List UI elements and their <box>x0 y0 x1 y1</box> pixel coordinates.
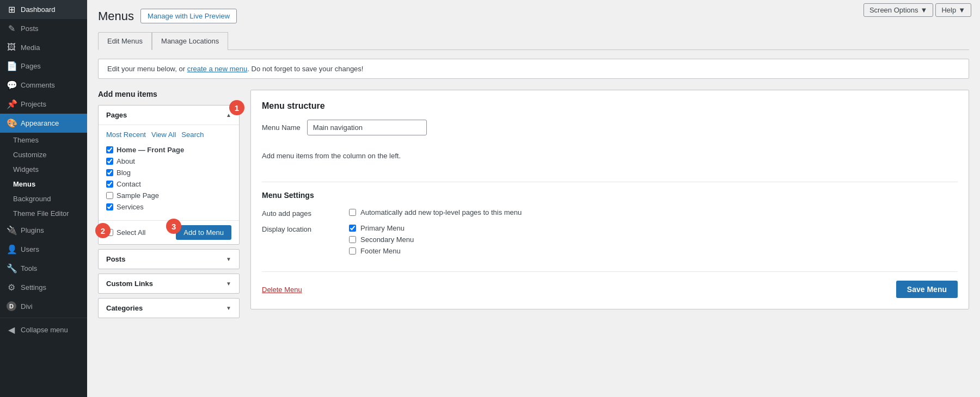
left-panel: Add menu items 1 Pages ▲ Most Recent Vie… <box>98 90 240 322</box>
sidebar: ⊞ Dashboard ✎ Posts 🖼 Media 📄 Pages 💬 Co… <box>0 0 87 397</box>
sidebar-collapse-menu[interactable]: ◀ Collapse menu <box>0 320 87 339</box>
page-item-sample-page: Sample Page <box>106 190 231 201</box>
display-location-row: Display location Primary Menu Secondary … <box>262 224 958 255</box>
add-items-hint: Add menu items from the column on the le… <box>262 146 958 165</box>
page-item-contact: Contact <box>106 178 231 190</box>
pages-accordion-header[interactable]: Pages ▲ <box>99 106 239 125</box>
plugins-icon: 🔌 <box>7 225 16 235</box>
posts-accordion: Posts ▼ <box>98 249 240 269</box>
auto-add-checkbox-item: Automatically add new top-level pages to… <box>349 208 522 216</box>
page-item-home: Home — Front Page <box>106 144 231 156</box>
page-item-blog: Blog <box>106 167 231 178</box>
page-title-row: Menus Manage with Live Preview <box>98 9 969 23</box>
sidebar-item-tools[interactable]: 🔧 Tools <box>0 259 87 278</box>
sidebar-item-users[interactable]: 👤 Users <box>0 240 87 259</box>
pages-accordion: 1 Pages ▲ Most Recent View All Search H <box>98 105 240 245</box>
menu-name-row: Menu Name <box>262 120 958 135</box>
pages-chevron-icon: ▲ <box>226 112 231 118</box>
screen-options-button[interactable]: Screen Options ▼ <box>863 3 933 17</box>
badge-2: 2 <box>95 223 111 238</box>
main-content: Screen Options ▼ Help ▼ Menus Manage wit… <box>87 0 980 397</box>
sidebar-sub-theme-file-editor[interactable]: Theme File Editor <box>0 206 87 221</box>
pages-tab-search[interactable]: Search <box>181 131 204 139</box>
sidebar-item-media[interactable]: 🖼 Media <box>0 38 87 57</box>
right-panel: Menu structure Menu Name Add menu items … <box>250 90 969 309</box>
sidebar-sub-background[interactable]: Background <box>0 191 87 206</box>
divi-icon: D <box>7 301 16 311</box>
tab-edit-menus[interactable]: Edit Menus <box>98 32 152 50</box>
display-location-controls: Primary Menu Secondary Menu Footer Menu <box>349 224 414 255</box>
appearance-icon: 🎨 <box>7 118 16 128</box>
categories-accordion-header[interactable]: Categories ▼ <box>99 299 239 318</box>
pages-sub-tabs: Most Recent View All Search <box>106 131 231 139</box>
sidebar-item-appearance[interactable]: 🎨 Appearance <box>0 114 87 133</box>
tools-icon: 🔧 <box>7 263 16 274</box>
sidebar-item-posts[interactable]: ✎ Posts <box>0 19 87 38</box>
location-secondary-item: Secondary Menu <box>349 235 414 244</box>
delete-menu-link[interactable]: Delete Menu <box>262 286 302 294</box>
sidebar-sub-menus[interactable]: Menus <box>0 177 87 191</box>
menu-actions-row: Delete Menu Save Menu <box>262 271 958 298</box>
tab-manage-locations[interactable]: Manage Locations <box>152 32 228 50</box>
page-checkbox-home[interactable] <box>106 146 113 153</box>
menu-structure-title: Menu structure <box>262 101 958 111</box>
page-checkbox-contact[interactable] <box>106 181 113 188</box>
location-secondary-checkbox[interactable] <box>349 236 356 243</box>
display-location-label: Display location <box>262 224 338 233</box>
pages-accordion-footer: 2 Select All 3 Add to Menu <box>99 220 239 244</box>
select-all-label: Select All <box>117 228 145 237</box>
sidebar-sub-widgets[interactable]: Widgets <box>0 162 87 177</box>
categories-accordion: Categories ▼ <box>98 298 240 318</box>
page-checkbox-about[interactable] <box>106 158 113 165</box>
help-chevron-icon: ▼ <box>958 6 965 14</box>
sidebar-item-comments[interactable]: 💬 Comments <box>0 76 87 95</box>
create-new-menu-link[interactable]: create a new menu <box>187 65 248 73</box>
screen-options-chevron-icon: ▼ <box>921 6 928 14</box>
page-checkbox-sample-page[interactable] <box>106 192 113 199</box>
pages-tab-most-recent[interactable]: Most Recent <box>106 131 146 139</box>
menu-settings-title: Menu Settings <box>262 182 958 200</box>
settings-icon: ⚙ <box>7 282 16 293</box>
custom-links-chevron-icon: ▼ <box>226 281 231 287</box>
page-checkbox-blog[interactable] <box>106 169 113 176</box>
projects-icon: 📌 <box>7 99 16 109</box>
posts-accordion-header[interactable]: Posts ▼ <box>99 250 239 269</box>
media-icon: 🖼 <box>7 42 16 52</box>
badge-1: 1 <box>229 100 244 115</box>
page-checkbox-services[interactable] <box>106 203 113 210</box>
sidebar-item-projects[interactable]: 📌 Projects <box>0 95 87 114</box>
info-box: Edit your menu below, or create a new me… <box>98 59 969 79</box>
menu-name-input[interactable] <box>307 120 427 135</box>
location-footer-checkbox[interactable] <box>349 247 356 255</box>
columns-layout: Add menu items 1 Pages ▲ Most Recent Vie… <box>98 90 969 322</box>
dashboard-icon: ⊞ <box>7 4 16 15</box>
users-icon: 👤 <box>7 244 16 255</box>
sidebar-item-pages[interactable]: 📄 Pages <box>0 57 87 76</box>
tabs-row: Edit Menus Manage Locations <box>98 32 969 50</box>
custom-links-accordion: Custom Links ▼ <box>98 274 240 294</box>
collapse-icon: ◀ <box>7 325 16 335</box>
custom-links-accordion-header[interactable]: Custom Links ▼ <box>99 274 239 293</box>
sidebar-item-divi[interactable]: D Divi <box>0 297 87 315</box>
comments-icon: 💬 <box>7 80 16 90</box>
sidebar-item-settings[interactable]: ⚙ Settings <box>0 278 87 297</box>
add-to-menu-button[interactable]: Add to Menu <box>176 225 231 240</box>
location-footer-item: Footer Menu <box>349 247 414 255</box>
posts-chevron-icon: ▼ <box>226 256 231 262</box>
sidebar-item-plugins[interactable]: 🔌 Plugins <box>0 221 87 240</box>
sidebar-sub-customize[interactable]: Customize <box>0 147 87 162</box>
sidebar-item-dashboard[interactable]: ⊞ Dashboard <box>0 0 87 19</box>
save-menu-button[interactable]: Save Menu <box>896 281 958 298</box>
auto-add-label: Auto add pages <box>262 208 338 218</box>
location-primary-checkbox[interactable] <box>349 225 356 232</box>
auto-add-checkbox[interactable] <box>349 209 356 216</box>
live-preview-button[interactable]: Manage with Live Preview <box>140 9 237 23</box>
pages-accordion-body: Most Recent View All Search Home — Front… <box>99 125 239 220</box>
pages-tab-view-all[interactable]: View All <box>151 131 176 139</box>
pages-icon: 📄 <box>7 61 16 71</box>
posts-icon: ✎ <box>7 23 16 34</box>
help-button[interactable]: Help ▼ <box>935 3 971 17</box>
topbar: Screen Options ▼ Help ▼ <box>855 0 980 20</box>
location-primary-item: Primary Menu <box>349 224 414 232</box>
sidebar-sub-themes[interactable]: Themes <box>0 133 87 147</box>
